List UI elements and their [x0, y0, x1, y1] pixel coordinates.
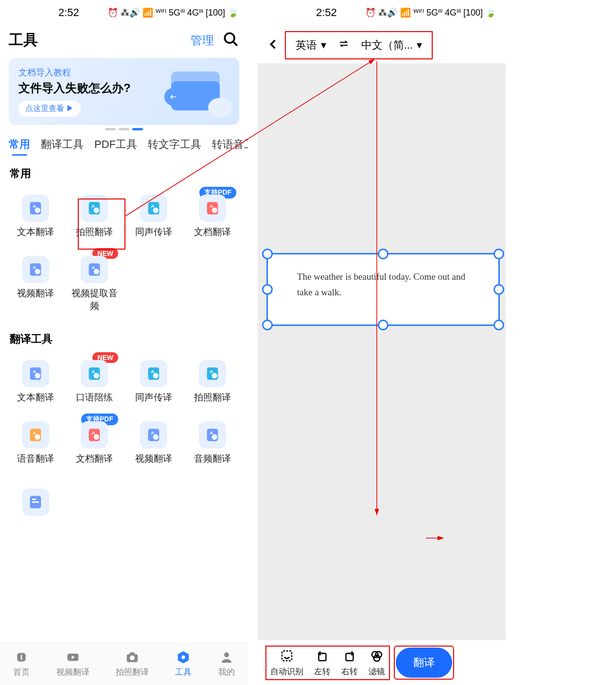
- tool-label: 文档翻译: [194, 226, 231, 238]
- manage-link[interactable]: 管理: [191, 33, 214, 48]
- chevron-down-icon: ▾: [321, 39, 326, 52]
- nav-home[interactable]: 首页: [13, 650, 30, 678]
- annotation-highlight-tools: 自动识别 左转 右转 滤镜: [265, 646, 390, 680]
- crop-handle[interactable]: [493, 249, 504, 259]
- svg-text:A: A: [33, 203, 36, 209]
- tool-label: 文档翻译: [76, 452, 113, 465]
- annotation-highlight-photo-translate: [78, 198, 125, 250]
- help-banner[interactable]: 文档导入教程 文件导入失败怎么办? 点这里查看 ▶: [9, 58, 239, 125]
- status-bar: 2:52 ⏰ ⁂🔊 📶 ᵂᴵᶠᴵ 5Gᴵᴵᴵ 4Gᴵᴵᴵ [100] 🍃: [258, 0, 506, 25]
- svg-point-53: [182, 655, 186, 659]
- filter-button[interactable]: 滤镜: [369, 649, 385, 677]
- tools-screen: 2:52 ⏰ ⁂🔊 📶 ᵂᴵᶠᴵ 5Gᴵᴵᴵ 4Gᴵᴵᴵ [100] 🍃 工具 …: [0, 0, 248, 685]
- tool-item[interactable]: A语音翻译: [6, 416, 65, 474]
- target-language[interactable]: 中文（简... ▾: [361, 38, 422, 53]
- tool-item[interactable]: A拍照翻译: [183, 355, 243, 413]
- tool-item[interactable]: A音频翻译: [183, 416, 243, 474]
- svg-text:A: A: [33, 265, 36, 270]
- translate-button[interactable]: 翻译: [396, 648, 452, 678]
- nav-label: 我的: [218, 667, 235, 678]
- captured-text: The weather is beautiful today. Come out…: [268, 254, 498, 315]
- status-bar: 2:52 ⏰ ⁂🔊 📶 ᵂᴵᶠᴵ 5Gᴵᴵᴵ 4Gᴵᴵᴵ [100] 🍃: [0, 0, 248, 25]
- tool-item[interactable]: 支持PDFA文档翻译: [65, 416, 124, 474]
- tool-item[interactable]: A文本翻译: [6, 190, 65, 247]
- tool-label: 视频翻译: [17, 287, 54, 300]
- tab-totext[interactable]: 转文字工具: [148, 137, 201, 152]
- tool-icon: A: [22, 195, 49, 222]
- tool-item[interactable]: A同声传译: [124, 355, 183, 413]
- crop-handle[interactable]: [493, 284, 504, 295]
- tool-item[interactable]: 支持PDFA文档翻译: [183, 190, 243, 247]
- status-time: 2:52: [267, 6, 337, 19]
- swap-icon[interactable]: [338, 38, 350, 53]
- crop-box[interactable]: The weather is beautiful today. Come out…: [266, 253, 500, 326]
- tool-label: 音频翻译: [194, 452, 231, 465]
- tool-label: 文本翻译: [17, 226, 54, 238]
- annotation-highlight-language: 英语 ▾ 中文（简... ▾: [285, 31, 433, 59]
- svg-text:A: A: [151, 203, 154, 209]
- nav-label: 工具: [175, 667, 192, 678]
- tool-icon: A: [140, 421, 167, 449]
- tool-icon: A: [22, 421, 49, 449]
- tool-item[interactable]: A文本翻译: [6, 355, 65, 413]
- auto-detect-button[interactable]: 自动识别: [270, 649, 303, 677]
- camera-preview[interactable]: The weather is beautiful today. Come out…: [258, 63, 506, 640]
- nav-camera[interactable]: 拍照翻译: [116, 650, 149, 678]
- svg-point-51: [130, 655, 135, 660]
- category-tabs: 常用 翻译工具 PDF工具 转文字工具 转语音工具: [0, 130, 248, 156]
- tool-icon: A: [140, 360, 167, 387]
- tool-item[interactable]: A视频翻译: [6, 251, 65, 321]
- tab-translate[interactable]: 翻译工具: [41, 137, 84, 152]
- tab-pdf[interactable]: PDF工具: [94, 137, 137, 152]
- banner-button[interactable]: 点这里查看 ▶: [18, 101, 81, 117]
- tool-icon: A: [199, 195, 226, 222]
- svg-rect-55: [282, 651, 292, 661]
- back-icon[interactable]: [266, 37, 280, 53]
- svg-text:A: A: [92, 430, 95, 435]
- translate-grid: A文本翻译NEWA口语陪练A同声传译A拍照翻译A语音翻译支持PDFA文档翻译A视…: [0, 350, 248, 474]
- tool-item[interactable]: A同声传译: [124, 190, 183, 247]
- source-language[interactable]: 英语 ▾: [296, 38, 326, 53]
- crop-handle[interactable]: [378, 320, 388, 330]
- svg-text:A: A: [33, 369, 36, 374]
- rotate-left-button[interactable]: 左转: [314, 649, 331, 677]
- tab-toaudio[interactable]: 转语音工具: [212, 137, 248, 152]
- tool-icon: A: [199, 360, 226, 387]
- svg-point-0: [225, 33, 234, 43]
- tool-item[interactable]: NEWA口语陪练: [65, 355, 124, 413]
- nav-video[interactable]: 视频翻译: [56, 650, 89, 678]
- tool-item[interactable]: A视频翻译: [124, 416, 183, 474]
- tool-icon: A: [22, 256, 49, 283]
- translate-header: 英语 ▾ 中文（简... ▾: [258, 25, 506, 65]
- tool-label: 语音翻译: [17, 452, 54, 465]
- search-icon[interactable]: [223, 31, 239, 50]
- svg-text:A: A: [151, 430, 154, 435]
- svg-rect-48: [21, 655, 22, 660]
- tool-label: 同声传译: [135, 391, 172, 404]
- svg-rect-52: [130, 652, 135, 655]
- svg-text:A: A: [210, 430, 213, 435]
- crop-handle[interactable]: [378, 249, 388, 259]
- page-title: 工具: [9, 30, 38, 50]
- annotation-highlight-translate: 翻译: [394, 646, 454, 680]
- doc-icon: [22, 488, 49, 516]
- tab-common[interactable]: 常用: [9, 137, 30, 152]
- tool-item[interactable]: NEWA视频提取音频: [65, 251, 124, 321]
- crop-handle[interactable]: [262, 284, 273, 295]
- nav-me[interactable]: 我的: [218, 650, 235, 678]
- crop-handle[interactable]: [262, 249, 273, 259]
- tool-label: 同声传译: [135, 226, 172, 238]
- svg-rect-45: [32, 499, 36, 500]
- svg-text:A: A: [210, 203, 213, 209]
- tool-label: 视频提取音频: [67, 287, 123, 312]
- svg-rect-46: [32, 502, 39, 503]
- rotate-right-button[interactable]: 右转: [341, 649, 358, 677]
- nav-tools[interactable]: 工具: [175, 650, 192, 678]
- crop-handle[interactable]: [262, 320, 273, 330]
- svg-text:A: A: [92, 265, 95, 270]
- svg-text:A: A: [92, 369, 95, 374]
- crop-handle[interactable]: [493, 320, 504, 330]
- section-translate: 翻译工具: [0, 321, 248, 350]
- tool-item[interactable]: [6, 484, 65, 524]
- nav-label: 拍照翻译: [116, 667, 149, 678]
